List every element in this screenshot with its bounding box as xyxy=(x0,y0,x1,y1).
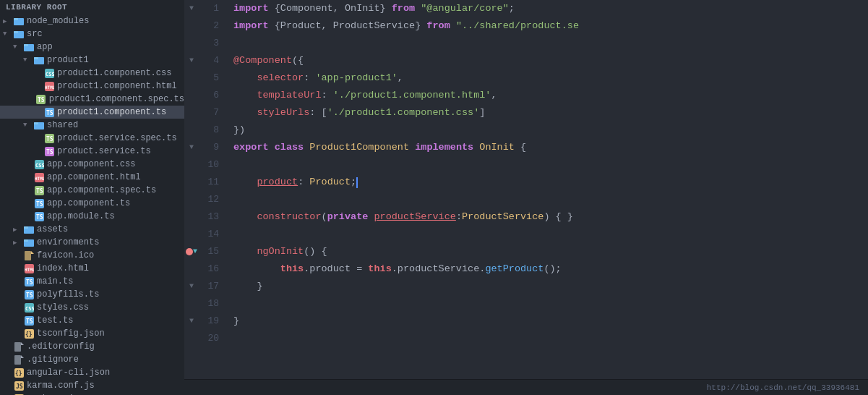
sidebar-item-.gitignore[interactable]: .gitignore xyxy=(0,353,184,366)
gutter-line-8 xyxy=(184,122,199,139)
sidebar-item-app.component.html[interactable]: HTMLapp.component.html xyxy=(0,171,184,184)
token-plain xyxy=(473,139,479,156)
sidebar-item-product.service.ts[interactable]: TSproduct.service.ts xyxy=(0,145,184,158)
svg-text:TS: TS xyxy=(46,110,53,116)
sidebar-item-product1.component.html[interactable]: HTMLproduct1.component.html xyxy=(0,80,184,93)
token-plain: (); xyxy=(543,260,561,278)
sidebar-item-product.service.spec.ts[interactable]: TSproduct.service.spec.ts xyxy=(0,132,184,145)
sidebar-item-styles.css[interactable]: CSSstyles.css xyxy=(0,301,184,314)
file-label: assets xyxy=(37,224,68,234)
json-icon: {} xyxy=(23,328,35,339)
code-line-13: constructor(private productService:Produ… xyxy=(233,208,868,226)
token-kw-implements: implements xyxy=(415,139,473,156)
css-icon: CSS xyxy=(33,158,45,170)
svg-text:HTML: HTML xyxy=(45,85,54,90)
file-label: app.component.html xyxy=(47,172,141,182)
ts-icon: TS xyxy=(33,211,45,222)
svg-rect-36 xyxy=(25,251,31,260)
token-prop: styleUrls xyxy=(233,104,309,122)
folder-icon xyxy=(23,41,35,53)
folder-icon xyxy=(23,224,35,235)
svg-text:TS: TS xyxy=(46,136,53,143)
svg-rect-1 xyxy=(14,18,18,20)
token-cls-name: Product1Component xyxy=(309,139,409,156)
css-icon: CSS xyxy=(23,302,35,313)
code-line-9: export class Product1Component implement… xyxy=(233,139,868,156)
sidebar-item-app.component.ts[interactable]: TSapp.component.ts xyxy=(0,197,184,210)
token-kw-import: import xyxy=(233,17,269,35)
line-number-20: 20 xyxy=(205,330,219,347)
token-plain xyxy=(233,208,257,226)
sidebar-item-index.html[interactable]: HTMLindex.html xyxy=(0,262,184,275)
html-icon: HTML xyxy=(33,171,45,183)
sidebar-item-environments[interactable]: ▶environments xyxy=(0,236,184,249)
sidebar-item-test.ts[interactable]: TStest.ts xyxy=(0,314,184,327)
token-plain: .product = xyxy=(304,260,368,278)
svg-rect-5 xyxy=(24,44,28,46)
sidebar-item-favicon.ico[interactable]: favicon.ico xyxy=(0,249,184,262)
gutter-line-12 xyxy=(184,191,199,208)
sidebar-item-shared[interactable]: ▼shared xyxy=(0,119,184,132)
code-line-3 xyxy=(233,35,868,52)
file-label: karma.conf.js xyxy=(27,381,95,391)
code-line-7: styleUrls: ['./product1.component.css'] xyxy=(233,104,868,122)
sidebar-item-main.ts[interactable]: TSmain.ts xyxy=(0,275,184,288)
sidebar-item-product1.component.ts[interactable]: TSproduct1.component.ts xyxy=(0,106,184,119)
line-number-1: 1 xyxy=(205,0,219,17)
sidebar-item-app[interactable]: ▼app xyxy=(0,41,184,54)
gutter-line-16 xyxy=(184,260,199,278)
sidebar-item-product1.component.css[interactable]: CSSproduct1.component.css xyxy=(0,67,184,80)
gutter-line-13 xyxy=(184,208,199,226)
arrow-icon: ▼ xyxy=(13,43,22,51)
file-label: product1.component.html xyxy=(57,81,177,91)
code-line-20 xyxy=(233,330,868,347)
token-plain: : xyxy=(298,174,309,191)
file-label: product1 xyxy=(47,55,89,65)
sidebar-item-assets[interactable]: ▶assets xyxy=(0,223,184,236)
line-number-11: 11 xyxy=(205,174,219,191)
sidebar-item-package.json[interactable]: {}package.json xyxy=(0,392,184,395)
code-line-4: @Component({ xyxy=(233,52,868,69)
gutter-line-5 xyxy=(184,69,199,87)
file-label: node_modules xyxy=(27,16,89,26)
line-number-16: 16 xyxy=(205,260,219,278)
token-plain: } xyxy=(233,278,263,295)
token-plain: ) { } xyxy=(543,208,573,226)
sidebar-item-karma.conf.js[interactable]: JSkarma.conf.js xyxy=(0,379,184,392)
token-type-name: Product xyxy=(309,174,351,191)
sidebar-item-.editorconfig[interactable]: .editorconfig xyxy=(0,340,184,353)
ts-icon: TS xyxy=(23,276,35,287)
ts-icon: TS xyxy=(43,106,55,118)
token-plain xyxy=(233,243,257,260)
sidebar-item-product1.component.spec.ts[interactable]: TSproduct1.component.spec.ts xyxy=(0,93,184,106)
service-icon: TS xyxy=(43,145,55,157)
sidebar-item-app.module.ts[interactable]: TSapp.module.ts xyxy=(0,210,184,223)
file-label: product1.component.spec.ts xyxy=(49,94,184,104)
file-explorer[interactable]: library root ▶node_modules▼src▼app▼produ… xyxy=(0,0,184,395)
sidebar-item-node_modules[interactable]: ▶node_modules xyxy=(0,14,184,27)
sidebar-item-polyfills.ts[interactable]: TSpolyfills.ts xyxy=(0,288,184,301)
svg-rect-33 xyxy=(24,226,28,229)
line-number-12: 12 xyxy=(205,191,219,208)
sidebar-item-src[interactable]: ▼src xyxy=(0,27,184,41)
line-number-14: 14 xyxy=(205,226,219,243)
code-area: ▼▼▼▼▼▼ 1234567891011121314151617181920 i… xyxy=(184,0,868,379)
sidebar-item-angular-cli.json[interactable]: {}angular-cli.json xyxy=(0,366,184,379)
svg-text:JS: JS xyxy=(16,383,23,390)
breakpoint[interactable] xyxy=(186,248,193,255)
sidebar-item-tsconfig.json[interactable]: {}tsconfig.json xyxy=(0,327,184,340)
sidebar-item-product1[interactable]: ▼product1 xyxy=(0,54,184,67)
svg-text:TS: TS xyxy=(36,201,43,208)
fold-arrow: ▼ xyxy=(189,0,194,17)
token-plain: { xyxy=(515,139,526,156)
svg-marker-37 xyxy=(31,251,34,254)
text-cursor xyxy=(356,177,358,188)
svg-text:TS: TS xyxy=(26,318,33,325)
gutter-line-11 xyxy=(184,174,199,191)
sidebar-item-app.component.spec.ts[interactable]: TSapp.component.spec.ts xyxy=(0,184,184,197)
token-plain: } xyxy=(233,313,239,330)
line-number-5: 5 xyxy=(205,69,219,87)
plain-icon xyxy=(13,341,25,352)
sidebar-item-app.component.css[interactable]: CSSapp.component.css xyxy=(0,158,184,171)
token-param: product xyxy=(257,174,298,191)
